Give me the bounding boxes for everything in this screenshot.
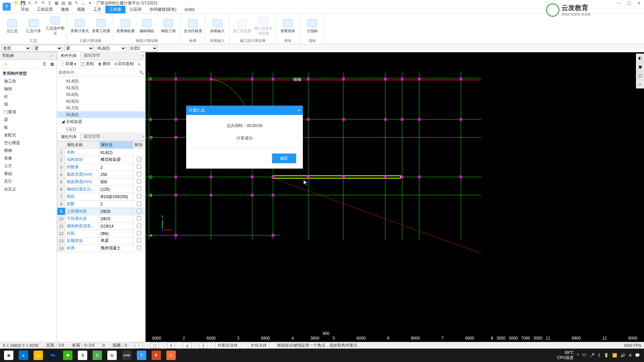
attach-checkbox[interactable] xyxy=(137,194,141,198)
list-item[interactable]: KL5(5) xyxy=(57,91,145,98)
table-row[interactable]: 6轴线距梁左边...(125) xyxy=(57,186,145,193)
menu-modeling[interactable]: 建模 xyxy=(57,6,73,13)
tray-battery-icon[interactable]: 🔋 xyxy=(604,353,609,358)
prop-attach[interactable] xyxy=(133,237,145,245)
search-icon[interactable]: 🔍 xyxy=(139,70,144,75)
menu-start[interactable]: 开始 xyxy=(17,6,33,13)
tree-item[interactable]: 基础 xyxy=(1,170,55,178)
redo-icon[interactable]: ↷ xyxy=(40,0,46,6)
menu-tools[interactable]: 工具 xyxy=(89,6,105,13)
prop-value[interactable]: KL8(2) xyxy=(99,149,133,156)
cad-icon[interactable]: CAD xyxy=(119,349,134,362)
tray-ime-icon[interactable]: A xyxy=(629,353,632,358)
list-item[interactable]: KL5(3) xyxy=(57,84,145,91)
attach-checkbox[interactable] xyxy=(137,238,141,243)
prop-value[interactable]: G2Φ14 xyxy=(99,223,133,230)
prop-attach[interactable] xyxy=(133,245,145,252)
prop-attach[interactable] xyxy=(133,208,145,215)
menu-quantities[interactable]: 工程量 xyxy=(105,6,125,13)
list-parent[interactable]: ◢ 非框架梁 xyxy=(57,118,145,126)
attach-checkbox[interactable] xyxy=(137,165,141,169)
floor-copy-button[interactable]: ⎘层间复制 xyxy=(113,61,135,67)
ok-button[interactable]: 确定 xyxy=(272,154,296,163)
view-3d-icon[interactable]: ▣ xyxy=(636,62,644,71)
tree-item[interactable]: 轴线 xyxy=(1,85,55,93)
tray-network-icon[interactable]: 📶 xyxy=(612,353,617,358)
attach-checkbox[interactable] xyxy=(137,201,141,206)
prop-value[interactable]: 楼层框架梁 xyxy=(99,156,133,164)
open-icon[interactable]: 📁 xyxy=(13,0,19,6)
save-all-icon[interactable]: ⎘ xyxy=(27,0,32,6)
tab-drawing-mgmt[interactable]: 图纸管理 xyxy=(80,51,103,60)
category1-select[interactable]: 梁 xyxy=(33,45,62,52)
gtj-icon[interactable]: T xyxy=(134,349,149,362)
layer-select[interactable]: 分层1 xyxy=(128,45,158,52)
menu-collab[interactable]: 协同建模(限免) xyxy=(146,6,180,13)
tray-chevron-icon[interactable]: ^ xyxy=(577,353,579,358)
dialog-close-icon[interactable]: × xyxy=(298,108,300,113)
tray-shield-icon[interactable]: 🛡 xyxy=(582,353,586,358)
attach-checkbox[interactable] xyxy=(137,246,141,250)
category2-select[interactable]: 梁 xyxy=(64,45,94,52)
prop-attach[interactable] xyxy=(133,215,145,223)
menu-project-settings[interactable]: 工程设置 xyxy=(33,6,57,13)
calc-summary-button[interactable]: 汇总计算 xyxy=(24,15,43,38)
rect-icon[interactable]: ▢ xyxy=(636,71,644,80)
component-select[interactable]: KL8(2) xyxy=(96,45,126,52)
prop-attach[interactable] xyxy=(133,156,145,164)
view-report-button[interactable]: 查看报表 xyxy=(278,15,297,38)
table-row[interactable]: 9上部通长筋2Φ25 xyxy=(57,208,145,215)
close-icon[interactable]: × xyxy=(50,54,55,58)
tree-category-header[interactable]: 常用构件类型 xyxy=(1,70,55,77)
wand-icon[interactable]: ✨ xyxy=(1,61,9,67)
grid-view-icon[interactable]: ▦ xyxy=(49,61,55,67)
powerpoint-icon[interactable]: P xyxy=(149,349,164,362)
attach-checkbox[interactable] xyxy=(137,157,141,162)
edit-rebar-button[interactable]: 编辑钢筋 xyxy=(138,15,156,38)
prop-attach[interactable] xyxy=(133,171,145,178)
tree-item[interactable]: 施工段 xyxy=(1,77,55,85)
table-row[interactable]: 12拉筋(Φ6) xyxy=(57,230,145,237)
close-button[interactable]: ✕ xyxy=(634,0,644,6)
snap-icon[interactable]: ┼ xyxy=(200,343,207,349)
dialog-titlebar[interactable]: 计算汇总 × xyxy=(186,106,303,115)
tab-component-list[interactable]: 构件列表 xyxy=(57,51,80,60)
table-icon[interactable]: ▦ xyxy=(54,0,59,6)
prop-value[interactable]: 250 xyxy=(99,171,133,178)
prop-attach[interactable] xyxy=(133,164,145,171)
table-row[interactable]: 7箍筋Φ10@100/200( xyxy=(57,193,145,200)
qq-icon[interactable]: 🐧 xyxy=(75,349,90,362)
list-item[interactable]: KL4(5) xyxy=(57,78,145,84)
tree-item[interactable]: 空心楼盖 xyxy=(1,139,55,147)
attach-checkbox[interactable] xyxy=(137,224,141,228)
close-icon[interactable]: × xyxy=(141,135,145,139)
report-icon[interactable]: ▥ xyxy=(67,0,72,6)
table-row[interactable]: 5截面高度(mm)800 xyxy=(57,178,145,186)
prop-value[interactable]: Φ10@100/200( xyxy=(99,193,133,200)
tree-item[interactable]: 墙 xyxy=(1,101,55,108)
prop-attach[interactable] xyxy=(133,149,145,156)
prop-value[interactable]: (Φ6) xyxy=(99,230,133,237)
rebar-3d-button[interactable]: 钢筋三维 xyxy=(159,15,178,38)
tree-item[interactable]: 其它 xyxy=(1,178,55,185)
undo-icon[interactable]: ↶ xyxy=(34,0,39,6)
list-item[interactable]: KL6(3) xyxy=(57,98,145,105)
table-row[interactable]: 13定额类别单梁 xyxy=(57,237,145,245)
delete-button[interactable]: 🗑删除 xyxy=(97,61,112,67)
view-formula-button[interactable]: 查看计算式 xyxy=(70,15,89,38)
tree-item[interactable]: 自定义 xyxy=(1,185,55,193)
attach-checkbox[interactable] xyxy=(137,216,141,221)
table-row[interactable]: 4截面宽度(mm)250 xyxy=(57,171,145,178)
canvas-viewport[interactable]: F E D C B A 辅轴 Y 6000 2 6000 3 6900 xyxy=(146,52,644,342)
tree-item[interactable]: 梁 xyxy=(1,116,55,124)
attach-checkbox[interactable] xyxy=(137,231,141,235)
table-row[interactable]: 2结构类别楼层框架梁 xyxy=(57,156,145,164)
floor-select[interactable]: 首层 xyxy=(1,45,31,52)
cross-layer-button[interactable]: 跨图层选择 xyxy=(215,342,240,349)
edit-icon[interactable]: ✎ xyxy=(74,0,79,6)
list-view-icon[interactable]: ☰ xyxy=(41,61,48,67)
attach-checkbox[interactable] xyxy=(137,179,141,184)
new-button[interactable]: 📄新建 ▾ xyxy=(58,61,77,67)
view-rebar-button[interactable]: 查看钢筋量 xyxy=(116,15,135,38)
menu-igms[interactable]: IGMS xyxy=(180,6,199,13)
